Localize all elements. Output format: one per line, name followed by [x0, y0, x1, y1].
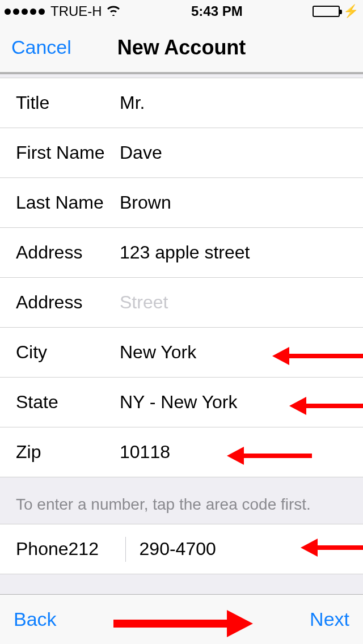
zip-label: Zip — [16, 442, 120, 463]
form-section: Title First Name Last Name Address Addre… — [0, 78, 363, 477]
first-name-row[interactable]: First Name — [0, 128, 363, 178]
page-title: New Account — [117, 36, 246, 60]
carrier-label: TRUE-H — [50, 3, 102, 19]
city-field[interactable] — [120, 342, 347, 363]
phone-number-field[interactable] — [140, 539, 363, 560]
cancel-button[interactable]: Cancel — [11, 36, 71, 58]
charging-icon: ⚡ — [343, 4, 358, 19]
status-time: 5:43 PM — [191, 3, 243, 19]
status-bar: TRUE-H 5:43 PM ⚡ — [0, 0, 363, 23]
address1-row[interactable]: Address — [0, 228, 363, 278]
zip-row[interactable]: Zip — [0, 427, 363, 477]
next-button[interactable]: Next — [310, 608, 349, 630]
first-name-label: First Name — [16, 142, 120, 163]
first-name-field[interactable] — [120, 142, 347, 163]
address2-label: Address — [16, 292, 120, 313]
status-left: TRUE-H — [5, 3, 121, 19]
phone-area-code-field[interactable] — [69, 539, 125, 560]
zip-field[interactable] — [120, 442, 347, 463]
state-label: State — [16, 392, 120, 413]
wifi-icon — [105, 3, 121, 19]
last-name-row[interactable]: Last Name — [0, 178, 363, 228]
nav-bar: Cancel New Account — [0, 23, 363, 73]
status-right: ⚡ — [313, 4, 358, 19]
phone-label: Phone — [16, 539, 69, 560]
phone-section: Phone — [0, 524, 363, 574]
address2-row[interactable]: Address — [0, 278, 363, 328]
state-field[interactable] — [120, 392, 347, 413]
last-name-label: Last Name — [16, 192, 120, 213]
phone-row[interactable]: Phone — [0, 524, 363, 574]
phone-note: To enter a number, tap the area code fir… — [0, 477, 363, 524]
battery-icon — [313, 6, 340, 17]
title-field[interactable] — [120, 92, 347, 113]
address1-label: Address — [16, 242, 120, 263]
last-name-field[interactable] — [120, 192, 347, 213]
city-label: City — [16, 342, 120, 363]
back-button[interactable]: Back — [14, 608, 57, 630]
address2-field[interactable] — [120, 292, 347, 313]
title-row[interactable]: Title — [0, 78, 363, 128]
address1-field[interactable] — [120, 242, 347, 263]
title-label: Title — [16, 92, 120, 113]
phone-divider — [125, 537, 126, 562]
state-row[interactable]: State — [0, 378, 363, 427]
signal-strength-icon — [5, 9, 45, 15]
city-row[interactable]: City — [0, 328, 363, 378]
footer-bar: Back Next — [0, 594, 363, 644]
